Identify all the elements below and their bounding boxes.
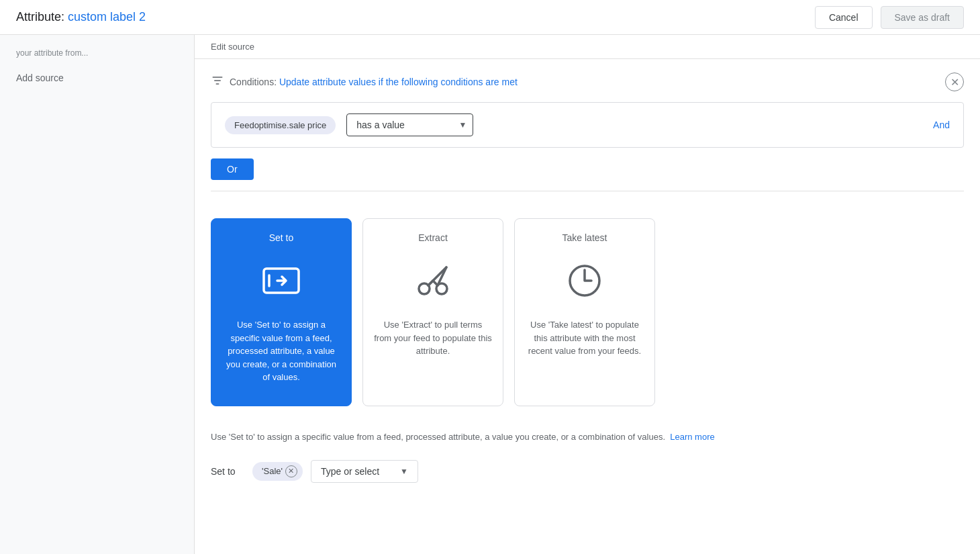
sidebar-add-source[interactable]: Add source xyxy=(0,66,194,90)
dropdown-arrow-icon: ▼ xyxy=(400,467,408,476)
take-latest-icon xyxy=(563,259,606,302)
svg-line-10 xyxy=(433,281,438,285)
info-text-row: Use 'Set to' to assign a specific value … xyxy=(195,430,980,455)
set-to-card-title: Set to xyxy=(269,232,294,243)
conditions-label-text: Conditions: xyxy=(230,77,279,87)
transform-cards-section: Set to Use 'Set to' to assign a specific… xyxy=(195,202,980,430)
or-button-row: Or xyxy=(211,158,964,191)
condition-select-wrapper: has a value does not have a value equals… xyxy=(346,113,473,136)
value-chip: 'Sale' ✕ xyxy=(252,462,303,481)
cancel-button[interactable]: Cancel xyxy=(815,6,873,29)
sidebar-top-label: your attribute from... xyxy=(0,46,194,66)
value-chip-text: 'Sale' xyxy=(262,466,283,476)
conditions-header: Conditions: Update attribute values if t… xyxy=(211,73,964,91)
value-chip-container: 'Sale' ✕ xyxy=(252,462,303,481)
title-prefix: Attribute: xyxy=(16,10,68,24)
extract-card-desc: Use 'Extract' to pull terms from your fe… xyxy=(374,318,492,358)
chip-close-button[interactable]: ✕ xyxy=(285,465,297,477)
filter-icon xyxy=(211,74,224,91)
learn-more-link[interactable]: Learn more xyxy=(670,432,714,442)
transform-card-set-to[interactable]: Set to Use 'Set to' to assign a specific… xyxy=(211,218,352,406)
page-title: Attribute: custom label 2 xyxy=(16,10,146,24)
set-to-label: Set to xyxy=(211,466,244,477)
type-or-select-label: Type or select xyxy=(321,466,379,477)
conditions-label: Conditions: Update attribute values if t… xyxy=(230,77,518,87)
conditions-close-button[interactable]: ✕ xyxy=(945,73,964,91)
conditions-value-text: Update attribute values if the following… xyxy=(279,77,518,87)
conditions-header-left: Conditions: Update attribute values if t… xyxy=(211,74,518,91)
transform-card-take-latest[interactable]: Take latest Use 'Take latest' to populat… xyxy=(514,218,655,406)
set-to-card-desc: Use 'Set to' to assign a specific value … xyxy=(222,318,340,384)
type-or-select-button[interactable]: Type or select ▼ xyxy=(311,460,418,483)
conditions-section: Conditions: Update attribute values if t… xyxy=(195,59,980,202)
condition-row-box: Feedoptimise.sale price has a value does… xyxy=(211,102,964,148)
take-latest-card-title: Take latest xyxy=(562,232,607,243)
or-button[interactable]: Or xyxy=(211,158,254,180)
transform-cards: Set to Use 'Set to' to assign a specific… xyxy=(211,218,964,406)
extract-icon xyxy=(411,259,454,302)
title-highlight: custom label 2 xyxy=(68,10,146,24)
condition-select[interactable]: has a value does not have a value equals… xyxy=(346,113,473,136)
top-header: Attribute: custom label 2 Cancel Save as… xyxy=(0,0,980,35)
save-draft-button[interactable]: Save as draft xyxy=(881,6,965,29)
take-latest-card-desc: Use 'Take latest' to populate this attri… xyxy=(526,318,644,358)
close-icon: ✕ xyxy=(950,76,959,89)
set-to-row: Set to 'Sale' ✕ Type or select ▼ xyxy=(195,455,980,496)
main-content: Edit source Conditions: Update attribute… xyxy=(195,35,980,554)
condition-chip: Feedoptimise.sale price xyxy=(225,116,336,134)
chip-close-icon: ✕ xyxy=(288,467,294,475)
edit-source-bar: Edit source xyxy=(195,35,980,59)
info-text: Use 'Set to' to assign a specific value … xyxy=(211,432,665,442)
header-actions: Cancel Save as draft xyxy=(815,6,964,29)
sidebar: your attribute from... Add source xyxy=(0,35,195,554)
and-link[interactable]: And xyxy=(933,120,950,130)
layout: your attribute from... Add source Edit s… xyxy=(0,35,980,554)
set-to-icon xyxy=(260,259,303,302)
extract-card-title: Extract xyxy=(418,232,448,243)
transform-card-extract[interactable]: Extract Use 'Extract' to pull terms f xyxy=(362,218,503,406)
